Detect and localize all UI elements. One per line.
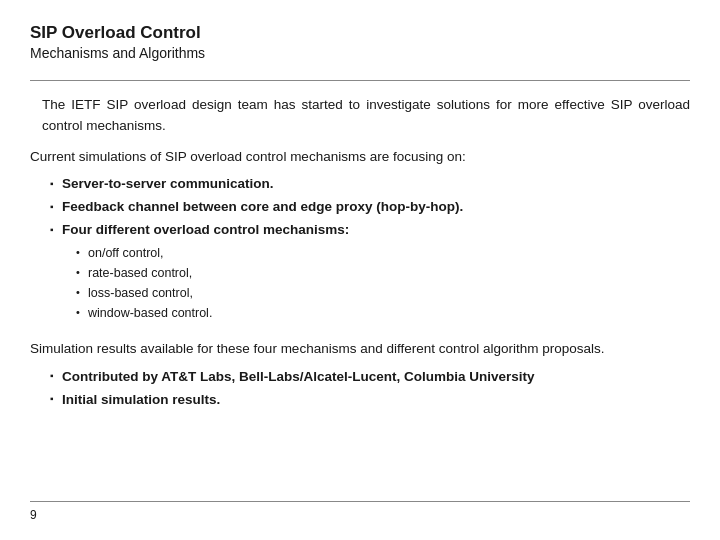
sub-bullet-rate: rate-based control, xyxy=(76,263,690,283)
footer-divider xyxy=(30,501,690,502)
sub-bullet-list: on/off control, rate-based control, loss… xyxy=(62,243,690,323)
header-section: SIP Overload Control Mechanisms and Algo… xyxy=(30,22,690,62)
results-bullet-initial: Initial simulation results. xyxy=(50,389,690,411)
results-bullet-contributed: Contributed by AT&T Labs, Bell-Labs/Alca… xyxy=(50,366,690,388)
header-divider xyxy=(30,80,690,81)
sub-bullet-onoff: on/off control, xyxy=(76,243,690,263)
sub-bullet-loss: loss-based control, xyxy=(76,283,690,303)
slide-subtitle: Mechanisms and Algorithms xyxy=(30,44,690,62)
slide-container: SIP Overload Control Mechanisms and Algo… xyxy=(0,0,720,540)
page-number: 9 xyxy=(30,508,690,522)
sub-bullet-window: window-based control. xyxy=(76,303,690,323)
intro-paragraph: The IETF SIP overload design team has st… xyxy=(30,95,690,137)
results-paragraph: Simulation results available for these f… xyxy=(30,339,690,360)
slide-title: SIP Overload Control xyxy=(30,22,690,44)
content-section: The IETF SIP overload design team has st… xyxy=(30,95,690,501)
bullet-feedback: Feedback channel between core and edge p… xyxy=(50,197,690,218)
simulations-lead: Current simulations of SIP overload cont… xyxy=(30,147,690,168)
bullet-server: Server-to-server communication. xyxy=(50,174,690,195)
results-bullet-list: Contributed by AT&T Labs, Bell-Labs/Alca… xyxy=(30,366,690,413)
bullet-four-mechanisms: Four different overload control mechanis… xyxy=(50,220,690,323)
simulations-bullet-list: Server-to-server communication. Feedback… xyxy=(30,174,690,325)
